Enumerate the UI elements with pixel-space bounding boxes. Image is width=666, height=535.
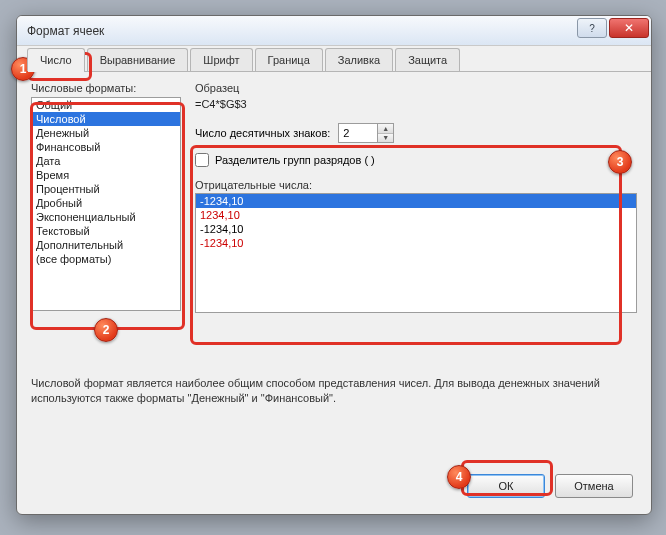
category-item[interactable]: Числовой — [32, 112, 180, 126]
negative-number-item[interactable]: -1234,10 — [196, 194, 636, 208]
negative-numbers-label: Отрицательные числа: — [195, 179, 637, 191]
category-item[interactable]: Дробный — [32, 196, 180, 210]
cancel-button[interactable]: Отмена — [555, 474, 633, 498]
window-buttons: ? ✕ — [577, 16, 651, 45]
category-item[interactable]: Процентный — [32, 182, 180, 196]
category-list[interactable]: ОбщийЧисловойДенежныйФинансовыйДатаВремя… — [31, 97, 181, 311]
thousands-separator-label: Разделитель групп разрядов ( ) — [215, 154, 375, 166]
category-item[interactable]: Денежный — [32, 126, 180, 140]
negative-number-item[interactable]: -1234,10 — [196, 236, 636, 250]
category-column: Числовые форматы: ОбщийЧисловойДенежныйФ… — [31, 82, 181, 313]
dialog-buttons: ОК Отмена — [467, 474, 633, 498]
tab-alignment[interactable]: Выравнивание — [87, 48, 189, 71]
negative-numbers-list[interactable]: -1234,101234,10-1234,10-1234,10 — [195, 193, 637, 313]
tab-fill[interactable]: Заливка — [325, 48, 393, 71]
category-item[interactable]: Время — [32, 168, 180, 182]
titlebar[interactable]: Формат ячеек ? ✕ — [17, 16, 651, 46]
client-area: Число Выравнивание Шрифт Граница Заливка… — [17, 46, 651, 514]
dialog-title: Формат ячеек — [27, 24, 577, 38]
sample-label: Образец — [195, 82, 637, 94]
decimal-places-spinner: ▲ ▼ — [338, 123, 394, 143]
help-button[interactable]: ? — [577, 18, 607, 38]
thousands-separator-row: Разделитель групп разрядов ( ) — [195, 153, 637, 167]
spinner-down[interactable]: ▼ — [378, 134, 393, 143]
close-icon: ✕ — [624, 21, 634, 35]
tabstrip: Число Выравнивание Шрифт Граница Заливка… — [17, 46, 651, 72]
category-item[interactable]: Дата — [32, 154, 180, 168]
tab-pane-number: Числовые форматы: ОбщийЧисловойДенежныйФ… — [17, 72, 651, 313]
decimal-places-row: Число десятичных знаков: ▲ ▼ — [195, 123, 637, 143]
category-item[interactable]: (все форматы) — [32, 252, 180, 266]
ok-button[interactable]: ОК — [467, 474, 545, 498]
sample-value: =C4*$G$3 — [195, 97, 637, 113]
dialog-format-cells: Формат ячеек ? ✕ Число Выравнивание Шриф… — [16, 15, 652, 515]
categories-label: Числовые форматы: — [31, 82, 181, 94]
thousands-separator-checkbox[interactable] — [195, 153, 209, 167]
negative-number-item[interactable]: 1234,10 — [196, 208, 636, 222]
options-column: Образец =C4*$G$3 Число десятичных знаков… — [195, 82, 637, 313]
tab-protection[interactable]: Защита — [395, 48, 460, 71]
decimal-places-label: Число десятичных знаков: — [195, 127, 330, 139]
category-item[interactable]: Финансовый — [32, 140, 180, 154]
category-item[interactable]: Текстовый — [32, 224, 180, 238]
spinner-up[interactable]: ▲ — [378, 124, 393, 134]
negative-number-item[interactable]: -1234,10 — [196, 222, 636, 236]
tab-number[interactable]: Число — [27, 48, 85, 71]
close-button[interactable]: ✕ — [609, 18, 649, 38]
format-description: Числовой формат является наиболее общим … — [31, 376, 637, 406]
category-item[interactable]: Экспоненциальный — [32, 210, 180, 224]
tab-border[interactable]: Граница — [255, 48, 323, 71]
category-item[interactable]: Дополнительный — [32, 238, 180, 252]
tab-font[interactable]: Шрифт — [190, 48, 252, 71]
category-item[interactable]: Общий — [32, 98, 180, 112]
decimal-places-input[interactable] — [338, 123, 378, 143]
